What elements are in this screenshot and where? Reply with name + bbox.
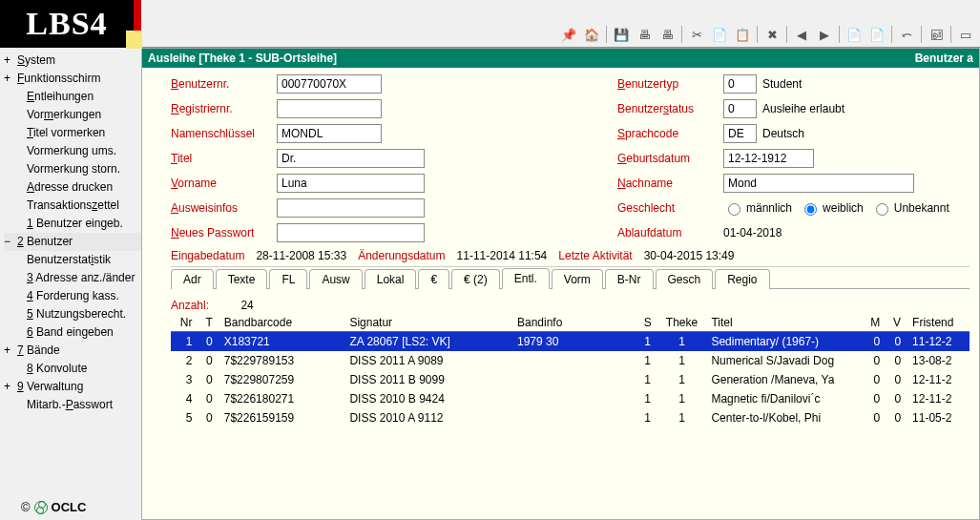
nav-item[interactable]: Entleihungen <box>4 88 141 106</box>
input-benutzerstatus[interactable] <box>723 99 757 118</box>
nav-item[interactable]: Adresse drucken <box>4 178 141 197</box>
tab[interactable]: FL <box>269 269 307 289</box>
main-panel: Ausleihe [Theke 1 - SUB-Ortsleihe] Benut… <box>141 48 980 520</box>
col-header[interactable]: T <box>198 314 219 332</box>
footer-oclc: © OCLC <box>4 494 141 520</box>
tab[interactable]: Adr <box>171 269 214 289</box>
tab[interactable]: € (2) <box>451 269 500 289</box>
tab[interactable]: Gesch <box>656 269 714 289</box>
radio-input-w[interactable] <box>804 203 817 216</box>
nav-item[interactable]: Funktionsschirm <box>4 70 141 88</box>
cell: 2 <box>171 351 198 370</box>
table-row[interactable]: 207$229789153DISS 2011 A 908911Numerical… <box>171 351 970 370</box>
nav-item[interactable]: 2 Benutzer <box>4 233 141 251</box>
tab[interactable]: Texte <box>216 269 268 289</box>
col-header[interactable]: Theke <box>658 314 706 332</box>
nav-item[interactable]: Transaktionszettel <box>4 197 141 215</box>
nav-item[interactable]: 1 Benutzer eingeb. <box>4 215 141 233</box>
value-ablaufdatum: 01-04-2018 <box>723 226 782 239</box>
label-geschlecht: Geschlecht <box>617 201 718 215</box>
input-sprachcode[interactable] <box>723 124 757 143</box>
radio-u[interactable]: Unbekannt <box>871 200 949 216</box>
input-ausweisinfos[interactable] <box>277 198 425 218</box>
label-registriernr: Registriernr. <box>171 102 271 115</box>
toolbar-button-15[interactable]: ▭ <box>955 24 976 45</box>
radio-label: Unbekannt <box>894 201 949 215</box>
input-geburtsdatum[interactable] <box>723 149 814 168</box>
radio-m[interactable]: männlich <box>723 200 792 216</box>
toolbar-button-2[interactable]: 💾 <box>611 24 632 45</box>
col-header[interactable]: Bandbarcode <box>219 314 344 332</box>
nav-item[interactable]: 4 Forderung kass. <box>4 287 141 305</box>
radio-input-u[interactable] <box>876 203 888 216</box>
toolbar-button-3[interactable]: 🖶 <box>634 24 655 45</box>
table-row[interactable]: 10X183721ZA 28067 [LS2: VK]1979 3011Sedi… <box>171 332 970 352</box>
col-header[interactable]: Fristend <box>907 314 970 332</box>
input-vorname[interactable] <box>277 174 425 193</box>
nav-item[interactable]: 7 Bände <box>4 342 141 360</box>
input-nachname[interactable] <box>723 174 914 193</box>
tab[interactable]: B-Nr <box>605 269 654 289</box>
tab[interactable]: € <box>418 269 449 289</box>
toolbar-button-4[interactable]: 🖶 <box>657 24 678 45</box>
radio-w[interactable]: weiblich <box>800 200 864 216</box>
nav-item[interactable]: 6 Band eingeben <box>4 323 141 342</box>
toolbar-button-6[interactable]: 📄 <box>709 24 730 45</box>
nav-item[interactable]: 5 Nutzungsberecht. <box>4 305 141 323</box>
toolbar-button-10[interactable]: ▶ <box>814 24 835 45</box>
nav-item[interactable]: 8 Konvolute <box>4 360 141 378</box>
toolbar-button-11[interactable]: 📄 <box>844 24 865 45</box>
tab[interactable]: Vorm <box>552 269 603 289</box>
nav-item[interactable]: Mitarb.-Passwort <box>4 396 141 414</box>
nav-item[interactable]: 3 Adresse anz./änder <box>4 269 141 287</box>
tab[interactable]: Entl. <box>502 268 550 289</box>
value-anzahl: 24 <box>240 299 253 312</box>
toolbar-button-7[interactable]: 📋 <box>732 24 753 45</box>
nav-item[interactable]: Vormerkungen <box>4 106 141 124</box>
cell: 7$226159159 <box>219 408 344 427</box>
label-titel: Titel <box>171 152 271 165</box>
toolbar-button-1[interactable]: 🏠 <box>581 24 602 45</box>
nav-item[interactable]: Titel vormerken <box>4 124 141 142</box>
input-benutzertyp[interactable] <box>723 74 757 94</box>
toolbar-button-14[interactable]: 🗟 <box>926 24 947 45</box>
col-header[interactable]: Titel <box>705 314 863 332</box>
gender-radios: männlichweiblichUnbekannt <box>723 200 949 216</box>
col-header[interactable]: Signatur <box>344 314 511 332</box>
table-row[interactable]: 407$226180271DISS 2010 B 942411Magnetic … <box>171 389 970 408</box>
input-namenschl[interactable] <box>277 124 382 143</box>
nav-item[interactable]: Benutzerstatistik <box>4 251 141 269</box>
table-row[interactable]: 307$229807259DISS 2011 B 909911Generatio… <box>171 370 970 389</box>
col-header[interactable]: V <box>886 314 907 332</box>
table-row[interactable]: 507$226159159DISS 2010 A 911211Center-to… <box>171 408 970 427</box>
cell: Generation /Maneva, Ya <box>705 370 863 389</box>
col-header[interactable]: M <box>863 314 886 332</box>
col-header[interactable]: Nr <box>171 314 198 332</box>
nav-item[interactable]: 9 Verwaltung <box>4 378 141 396</box>
tab[interactable]: Ausw <box>309 269 362 289</box>
input-registriernr[interactable] <box>277 99 382 118</box>
tab[interactable]: Lokal <box>365 269 417 289</box>
radio-input-m[interactable] <box>728 203 740 216</box>
col-header[interactable]: S <box>637 314 658 332</box>
nav-item[interactable]: System <box>4 52 141 70</box>
toolbar-button-8[interactable]: ✖ <box>761 24 782 45</box>
tab[interactable]: Regio <box>715 269 769 289</box>
nav-item[interactable]: Vormerkung storn. <box>4 160 141 178</box>
app-root: LBS4 📌🏠💾🖶🖶✂📄📋✖◀▶📄📄⤺🗟▭ SystemFunktionssch… <box>0 0 980 520</box>
toolbar-button-5[interactable]: ✂ <box>686 24 707 45</box>
form-left-col: Benutzernr. Registriernr. Namenschlüssel <box>171 73 600 243</box>
toolbar-button-12[interactable]: 📄 <box>866 24 887 45</box>
toolbar-button-13[interactable]: ⤺ <box>896 24 917 45</box>
toolbar-button-9[interactable]: ◀ <box>791 24 812 45</box>
input-titel[interactable] <box>277 149 425 168</box>
toolbar-button-0[interactable]: 📌 <box>558 24 579 45</box>
cell: 0 <box>886 351 907 370</box>
nav-item[interactable]: Vormerkung ums. <box>4 142 141 160</box>
count-row: Anzahl: 24 <box>171 293 970 314</box>
cell: Magnetic fi/Danilovi´c <box>705 389 863 408</box>
input-benutzernr[interactable] <box>277 74 382 94</box>
input-neues-passwort[interactable] <box>277 223 425 242</box>
col-header[interactable]: Bandinfo <box>511 314 637 332</box>
app-logo: LBS4 <box>0 0 134 48</box>
